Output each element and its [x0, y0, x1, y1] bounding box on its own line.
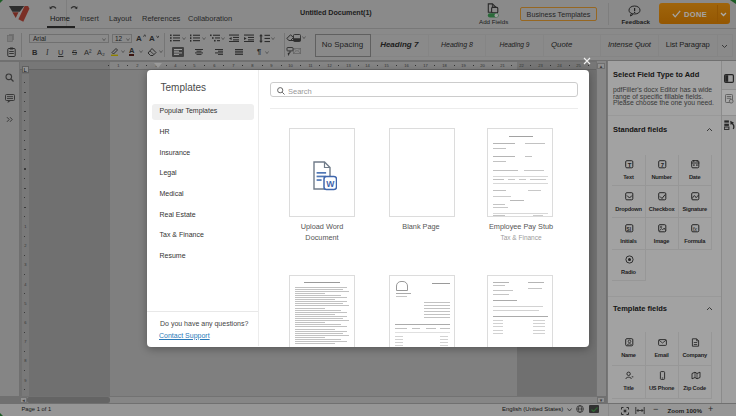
- svg-text:W: W: [326, 179, 335, 189]
